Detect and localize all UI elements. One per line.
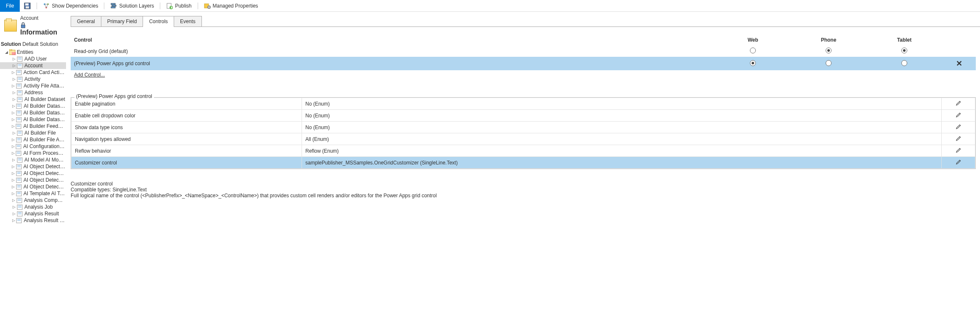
tree-node[interactable]: ▷AI Builder Dataset File bbox=[0, 103, 66, 109]
edit-icon[interactable] bbox=[956, 124, 961, 130]
tree-node[interactable]: ▷Analysis Job bbox=[0, 204, 66, 210]
tab-general[interactable]: General bbox=[71, 16, 101, 26]
radio-phone[interactable] bbox=[791, 57, 866, 70]
svg-rect-16 bbox=[9, 49, 12, 50]
svg-rect-52 bbox=[18, 132, 21, 132]
edit-icon[interactable] bbox=[956, 100, 961, 106]
expand-icon[interactable]: ▷ bbox=[12, 144, 15, 148]
tree-node[interactable]: ▷AI Builder Datasets Co... bbox=[0, 116, 66, 123]
tree-node[interactable]: ▷AI Builder File bbox=[0, 130, 66, 136]
edit-icon[interactable] bbox=[956, 147, 961, 153]
tree-node[interactable]: ▷Activity File Attachment bbox=[0, 82, 66, 89]
tree-node[interactable]: ▷AI Configuration AI Con... bbox=[0, 143, 66, 150]
expand-icon[interactable]: ▷ bbox=[12, 158, 16, 162]
entity-icon bbox=[16, 184, 23, 190]
svg-rect-58 bbox=[17, 145, 20, 146]
help-desc: Full logical name of the control (<Publi… bbox=[71, 193, 976, 199]
expand-icon[interactable]: ▷ bbox=[12, 104, 15, 108]
expand-icon[interactable]: ▷ bbox=[12, 164, 15, 169]
tree-node[interactable]: ▷Analysis Result Detail bbox=[0, 217, 66, 224]
tree-node[interactable]: ▷AI Builder File Attache... bbox=[0, 136, 66, 143]
expand-icon[interactable]: ▷ bbox=[12, 218, 15, 223]
expand-icon[interactable]: ▷ bbox=[12, 70, 15, 74]
tree-node[interactable]: ▷AI Builder Dataset bbox=[0, 96, 66, 103]
add-control-link[interactable]: Add Control... bbox=[74, 72, 105, 78]
expand-icon[interactable]: ▷ bbox=[12, 151, 15, 155]
tree-node[interactable]: ▷Address bbox=[0, 89, 66, 96]
delete-icon[interactable]: ✕ bbox=[956, 59, 962, 68]
svg-rect-20 bbox=[18, 59, 21, 59]
entity-icon bbox=[17, 76, 24, 82]
expand-icon[interactable]: ▷ bbox=[12, 131, 16, 135]
expand-icon[interactable]: ▷ bbox=[12, 90, 16, 95]
property-row[interactable]: Show data type iconsNo (Enum) bbox=[72, 122, 975, 133]
edit-icon[interactable] bbox=[956, 159, 961, 165]
property-row[interactable]: Customizer controlsamplePublisher_MSSamp… bbox=[72, 157, 975, 169]
radio-web[interactable] bbox=[715, 45, 791, 57]
tree-node[interactable]: ▷AI Model AI Model bbox=[0, 156, 66, 163]
tree-node[interactable]: ▷Account bbox=[0, 62, 66, 69]
expand-icon[interactable]: ▷ bbox=[12, 84, 15, 88]
edit-icon[interactable] bbox=[956, 135, 961, 141]
tree-node[interactable]: ▷AI Object Detection La... bbox=[0, 183, 66, 190]
collapse-icon[interactable]: ◢ bbox=[4, 50, 8, 54]
radio-icon bbox=[826, 48, 832, 53]
tree-node[interactable]: ▷Activity bbox=[0, 76, 66, 82]
radio-tablet[interactable] bbox=[866, 57, 942, 70]
separator bbox=[198, 3, 198, 9]
property-row[interactable]: Reflow behaviorReflow (Enum) bbox=[72, 145, 975, 157]
tree-node-label: AI Template AI Template bbox=[24, 191, 65, 196]
tree-root-entities[interactable]: ◢ Entities bbox=[0, 49, 66, 56]
tree-node[interactable]: ▷Analysis Component bbox=[0, 197, 66, 204]
tree-node[interactable]: ▷Analysis Result bbox=[0, 210, 66, 217]
expand-icon[interactable]: ▷ bbox=[12, 111, 15, 115]
save-button[interactable] bbox=[20, 0, 35, 12]
expand-icon[interactable]: ▷ bbox=[12, 198, 16, 202]
expand-icon[interactable]: ▷ bbox=[12, 178, 15, 182]
radio-phone[interactable] bbox=[791, 45, 866, 57]
show-dependencies-button[interactable]: Show Dependencies bbox=[39, 0, 102, 12]
expand-icon[interactable]: ▷ bbox=[12, 124, 15, 128]
tree-node[interactable]: ▷AI Object Detection Im... bbox=[0, 177, 66, 183]
property-row[interactable]: Enable cell dropdown colorNo (Enum) bbox=[72, 110, 975, 122]
tab-events[interactable]: Events bbox=[174, 16, 202, 26]
expand-icon[interactable]: ▷ bbox=[12, 191, 15, 196]
tab-controls[interactable]: Controls bbox=[143, 16, 174, 26]
solution-layers-button[interactable]: Solution Layers bbox=[106, 0, 158, 12]
controls-table: Control Web Phone Tablet Read-only Grid … bbox=[71, 34, 976, 70]
tree-node[interactable]: ▷AI Object Detection Im... bbox=[0, 170, 66, 177]
expand-icon[interactable]: ▷ bbox=[12, 138, 15, 142]
managed-properties-label: Managed Properties bbox=[213, 3, 258, 9]
publish-button[interactable]: Publish bbox=[162, 0, 196, 12]
expand-icon[interactable]: ▷ bbox=[12, 117, 15, 122]
tree-node[interactable]: ▷AI Object Detection Bo... bbox=[0, 163, 66, 170]
svg-rect-26 bbox=[17, 72, 21, 73]
expand-icon[interactable]: ▷ bbox=[12, 77, 16, 81]
tree-node-label: Analysis Result bbox=[24, 211, 59, 217]
expand-icon[interactable]: ▷ bbox=[12, 185, 15, 189]
tab-primary-field[interactable]: Primary Field bbox=[101, 16, 143, 26]
expand-icon[interactable]: ▷ bbox=[12, 212, 16, 216]
expand-icon[interactable]: ▷ bbox=[12, 205, 16, 209]
expand-icon[interactable]: ▷ bbox=[12, 97, 16, 101]
file-menu[interactable]: File bbox=[0, 0, 20, 12]
tree-node[interactable]: ▷AI Template AI Template bbox=[0, 190, 66, 197]
svg-rect-49 bbox=[17, 125, 20, 125]
radio-web[interactable] bbox=[715, 57, 791, 70]
edit-icon[interactable] bbox=[956, 112, 961, 118]
tree-node[interactable]: ▷Action Card Action Card bbox=[0, 69, 66, 76]
property-row[interactable]: Enable paginationNo (Enum) bbox=[72, 98, 975, 110]
control-row[interactable]: (Preview) Power Apps grid control✕ bbox=[71, 57, 976, 70]
radio-tablet[interactable] bbox=[866, 45, 942, 57]
tree-node[interactable]: ▷AI Builder Feedback Lo... bbox=[0, 123, 66, 130]
tree-node[interactable]: ▷AAD User bbox=[0, 56, 66, 62]
svg-rect-25 bbox=[17, 71, 21, 72]
managed-properties-button[interactable]: Managed Properties bbox=[200, 0, 262, 12]
property-row[interactable]: Navigation types allowedAll (Enum) bbox=[72, 133, 975, 145]
tree-node[interactable]: ▷AI Builder Dataset Rec... bbox=[0, 109, 66, 116]
expand-icon[interactable]: ▷ bbox=[12, 171, 15, 175]
control-row[interactable]: Read-only Grid (default) bbox=[71, 45, 976, 57]
expand-icon[interactable]: ▷ bbox=[12, 57, 16, 61]
tree-node[interactable]: ▷AI Form Processing Do... bbox=[0, 150, 66, 156]
expand-icon[interactable]: ▷ bbox=[12, 64, 16, 68]
